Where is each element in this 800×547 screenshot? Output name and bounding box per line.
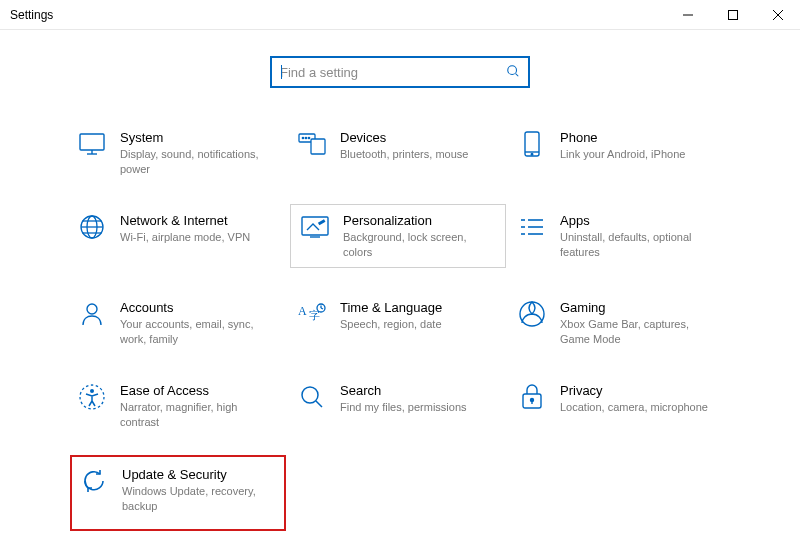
search-tile-icon: [298, 383, 326, 411]
network-icon: [78, 213, 106, 241]
svg-line-5: [516, 73, 519, 76]
svg-point-13: [308, 137, 309, 138]
tile-desc: Find my files, permissions: [340, 400, 467, 415]
tile-gaming[interactable]: Gaming Xbox Game Bar, captures, Game Mod…: [510, 296, 726, 351]
system-icon: [78, 130, 106, 158]
tile-desc: Background, lock screen, colors: [343, 230, 495, 260]
search-input[interactable]: [280, 65, 500, 80]
close-button[interactable]: [755, 0, 800, 29]
tile-phone[interactable]: Phone Link your Android, iPhone: [510, 126, 726, 181]
svg-line-36: [321, 308, 323, 309]
gaming-icon: [518, 300, 546, 328]
tile-desc: Wi-Fi, airplane mode, VPN: [120, 230, 250, 245]
tile-title: System: [120, 130, 278, 145]
ease-of-access-icon: [78, 383, 106, 411]
maximize-button[interactable]: [710, 0, 755, 29]
tile-title: Phone: [560, 130, 685, 145]
tile-search[interactable]: Search Find my files, permissions: [290, 379, 506, 434]
tile-desc: Bluetooth, printers, mouse: [340, 147, 468, 162]
tile-title: Privacy: [560, 383, 708, 398]
tile-title: Personalization: [343, 213, 495, 228]
tile-desc: Uninstall, defaults, optional features: [560, 230, 718, 260]
tile-title: Apps: [560, 213, 718, 228]
tile-desc: Speech, region, date: [340, 317, 442, 332]
search-box[interactable]: [270, 56, 530, 88]
svg-rect-10: [311, 139, 325, 154]
svg-point-4: [508, 65, 517, 74]
tile-personalization[interactable]: Personalization Background, lock screen,…: [290, 204, 506, 269]
tile-time-language[interactable]: A字 Time & Language Speech, region, date: [290, 296, 506, 351]
settings-grid: System Display, sound, notifications, po…: [0, 126, 800, 531]
tile-network[interactable]: Network & Internet Wi-Fi, airplane mode,…: [70, 209, 286, 269]
phone-icon: [518, 130, 546, 158]
tile-ease-of-access[interactable]: Ease of Access Narrator, magnifier, high…: [70, 379, 286, 434]
svg-point-40: [302, 387, 318, 403]
tile-desc: Narrator, magnifier, high contrast: [120, 400, 278, 430]
titlebar: Settings: [0, 0, 800, 30]
search-wrap: [0, 56, 800, 88]
tile-desc: Xbox Game Bar, captures, Game Mode: [560, 317, 718, 347]
svg-rect-24: [318, 219, 326, 225]
minimize-button[interactable]: [665, 0, 710, 29]
tile-apps[interactable]: Apps Uninstall, defaults, optional featu…: [510, 209, 726, 269]
tile-title: Ease of Access: [120, 383, 278, 398]
time-language-icon: A字: [298, 300, 326, 328]
maximize-icon: [728, 10, 738, 20]
devices-icon: [298, 130, 326, 158]
text-cursor: [281, 65, 282, 79]
svg-text:A: A: [298, 304, 307, 318]
svg-point-39: [90, 389, 94, 393]
tile-desc: Link your Android, iPhone: [560, 147, 685, 162]
apps-icon: [518, 213, 546, 241]
tile-devices[interactable]: Devices Bluetooth, printers, mouse: [290, 126, 506, 181]
svg-rect-1: [728, 10, 737, 19]
window-controls: [665, 0, 800, 29]
tile-system[interactable]: System Display, sound, notifications, po…: [70, 126, 286, 181]
svg-point-16: [531, 154, 533, 156]
minimize-icon: [683, 10, 693, 20]
window-title: Settings: [10, 8, 53, 22]
tile-title: Time & Language: [340, 300, 442, 315]
svg-point-12: [305, 137, 306, 138]
svg-point-11: [302, 137, 303, 138]
tile-title: Accounts: [120, 300, 278, 315]
settings-home: System Display, sound, notifications, po…: [0, 30, 800, 531]
tile-update-security[interactable]: Update & Security Windows Update, recove…: [70, 455, 286, 532]
tile-title: Devices: [340, 130, 468, 145]
tile-desc: Your accounts, email, sync, work, family: [120, 317, 278, 347]
close-icon: [773, 10, 783, 20]
tile-desc: Display, sound, notifications, power: [120, 147, 278, 177]
tile-desc: Location, camera, microphone: [560, 400, 708, 415]
update-security-icon: [80, 467, 108, 495]
search-icon: [506, 64, 520, 81]
tile-title: Search: [340, 383, 467, 398]
accounts-icon: [78, 300, 106, 328]
personalization-icon: [301, 213, 329, 241]
tile-accounts[interactable]: Accounts Your accounts, email, sync, wor…: [70, 296, 286, 351]
tile-title: Gaming: [560, 300, 718, 315]
tile-title: Update & Security: [122, 467, 276, 482]
privacy-icon: [518, 383, 546, 411]
svg-point-31: [87, 304, 97, 314]
tile-desc: Windows Update, recovery, backup: [122, 484, 276, 514]
svg-rect-6: [80, 134, 104, 150]
svg-line-41: [316, 401, 322, 407]
tile-title: Network & Internet: [120, 213, 250, 228]
tile-privacy[interactable]: Privacy Location, camera, microphone: [510, 379, 726, 434]
